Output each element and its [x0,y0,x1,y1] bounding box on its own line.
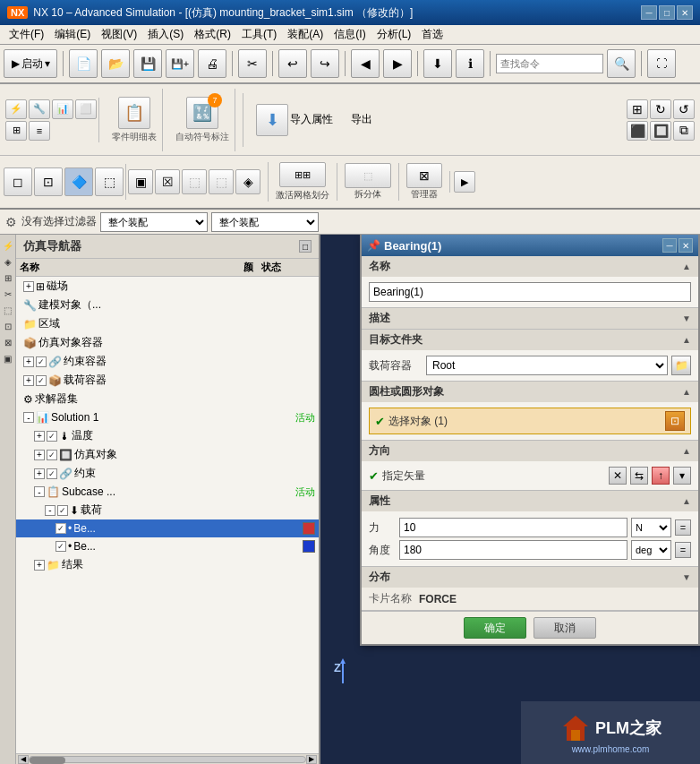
undo-btn[interactable]: ↩ [278,49,307,78]
back-btn[interactable]: ◀ [351,49,380,78]
nav-item-solution1[interactable]: - 📊 Solution 1 活动 [16,408,319,426]
nav-item-load[interactable]: - ✓ ⬇ 载荷 [16,501,319,519]
expand-sim-obj[interactable]: + [34,450,45,460]
nav-item-temp[interactable]: + ✓ 🌡 温度 [16,426,319,445]
right-icon-5[interactable]: 🔲 [650,121,671,141]
nav-item-field[interactable]: + ⊞ 磁场 [16,277,319,296]
angle-unit-select[interactable]: deg [631,540,671,560]
sim-icon-3[interactable]: 📊 [52,99,73,119]
nav-item-subcase[interactable]: - 📋 Subcase ... 活动 [16,483,319,501]
row3-icon-9[interactable]: ◈ [235,169,260,194]
save-all-btn[interactable]: 💾+ [166,49,194,78]
activate-mesh-icon[interactable]: ⊞⊞ [279,162,326,187]
select-object-btn[interactable]: ⊡ [665,411,685,431]
sim-obj-checkbox[interactable]: ✓ [47,450,57,460]
ok-btn[interactable]: 确定 [464,617,526,639]
section-dir-header[interactable]: 方向 ▲ [362,441,698,461]
section-props-header[interactable]: 属性 ▲ [362,491,698,511]
right-icon-6[interactable]: ⧉ [673,121,695,141]
sidebar-icon-5[interactable]: ⬚ [1,303,15,317]
print-btn[interactable]: 🖨 [198,49,226,78]
nav-item-bearing2[interactable]: ✓ • Be... [16,537,319,555]
constraint-checkbox[interactable]: ✓ [36,356,47,367]
import-btn[interactable]: ⬇ [423,49,452,78]
fullscreen-btn[interactable]: ⛶ [647,49,676,78]
row3-icon-2[interactable]: ⊡ [34,167,63,196]
right-icon-2[interactable]: ↻ [650,99,671,119]
expand-subcase[interactable]: - [34,486,45,497]
save-btn[interactable]: 💾 [133,49,162,78]
select-object-field[interactable]: ✔ 选择对象 (1) ⊡ [369,408,691,434]
menu-item-assembly[interactable]: 装配(A) [282,25,329,44]
nav-item-bearing1[interactable]: ✓ • Be... [16,519,319,537]
nav-item-constraint-container[interactable]: + ✓ 🔗 约束容器 [16,352,319,371]
nav-item-sim-obj[interactable]: + ✓ 🔲 仿真对象 [16,445,319,464]
sim-icon-2[interactable]: 🔧 [29,99,50,119]
bearing1-checkbox[interactable]: ✓ [55,523,66,534]
nav-hscroll[interactable]: ◀ ▶ [16,753,319,764]
angle-eq-btn[interactable]: = [675,542,691,558]
expand-load[interactable]: - [45,505,55,516]
nav-settings-icon[interactable]: ⚙ [4,215,18,229]
expand-load-container[interactable]: + [23,375,34,386]
nav-item-result[interactable]: + 📁 结果 [16,555,319,574]
row3-icon-8[interactable]: ⬚ [209,169,234,194]
hscroll-track[interactable] [29,756,306,763]
row3-icon-4[interactable]: ⬚ [95,167,124,196]
expand-solution[interactable]: - [23,412,34,423]
sidebar-icon-8[interactable]: ▣ [1,351,15,365]
nav-panel-close-btn[interactable]: □ [299,240,312,253]
cancel-btn[interactable]: 取消 [534,617,596,639]
row3-icon-5[interactable]: ▣ [128,169,153,194]
expand-field[interactable]: + [23,281,34,292]
section-dist-header[interactable]: 分布 ▼ [362,567,698,588]
menu-item-insert[interactable]: 插入(S) [142,25,189,44]
folder-browse-btn[interactable]: 📁 [671,356,691,375]
nav-item-solver-set[interactable]: ⚙ 求解器集 [16,390,319,408]
maximize-btn[interactable]: □ [659,5,675,20]
section-folder-header[interactable]: 目标文件夹 ▲ [362,330,698,350]
menu-item-preferences[interactable]: 首选 [416,25,448,44]
load-container-checkbox[interactable]: ✓ [36,375,47,386]
sidebar-icon-6[interactable]: ⊡ [1,319,15,333]
dir-btn-x[interactable]: ✕ [609,467,627,485]
right-icon-1[interactable]: ⊞ [627,99,648,119]
search-input[interactable] [496,54,603,73]
expand-constraint[interactable]: + [23,356,34,367]
info-btn[interactable]: ℹ [456,49,484,78]
force-eq-btn[interactable]: = [675,519,691,536]
sidebar-icon-4[interactable]: ✂ [1,287,15,301]
open-btn[interactable]: 📂 [101,49,130,78]
force-input[interactable] [399,518,627,537]
expand-constraint2[interactable]: + [34,468,45,479]
hscroll-left[interactable]: ◀ [18,755,29,764]
expand-temp[interactable]: + [34,431,45,442]
sidebar-icon-7[interactable]: ⊠ [1,335,15,349]
temp-checkbox[interactable]: ✓ [47,431,57,442]
split-body-icon[interactable]: ⬚ [345,163,391,188]
row3-icon-6[interactable]: ☒ [155,169,180,194]
nav-item-region[interactable]: 📁 区域 [16,314,319,333]
forward-btn[interactable]: ▶ [383,49,412,78]
menu-item-file[interactable]: 文件(F) [4,25,49,44]
right-icon-4[interactable]: ⬛ [627,121,648,141]
dir-btn-reverse[interactable]: ⇆ [630,467,648,485]
nav-item-sim-container[interactable]: 📦 仿真对象容器 [16,333,319,352]
bearing2-checkbox[interactable]: ✓ [55,541,66,552]
minimize-btn[interactable]: ─ [641,5,657,20]
manage-icon[interactable]: ⊠ [406,163,442,188]
menu-item-info[interactable]: 信息(I) [329,25,371,44]
sim-icon-4[interactable]: ⬜ [75,99,97,119]
sidebar-icon-3[interactable]: ⊞ [1,270,15,285]
dir-btn-up[interactable]: ↑ [652,467,670,485]
load-container-select[interactable]: Root [426,356,668,375]
name-input[interactable] [369,282,691,302]
sim-icon-6[interactable]: ≡ [29,121,50,141]
nav-item-model-obj[interactable]: 🔧 建模对象（... [16,296,319,314]
hscroll-right[interactable]: ▶ [306,755,317,764]
new-btn[interactable]: 📄 [69,49,98,78]
section-name-header[interactable]: 名称 ▲ [362,256,698,277]
nav-item-load-container[interactable]: + ✓ 📦 载荷容器 [16,371,319,390]
parts-list-icon[interactable]: 📋 [118,97,150,129]
section-desc-header[interactable]: 描述 ▼ [362,308,698,329]
